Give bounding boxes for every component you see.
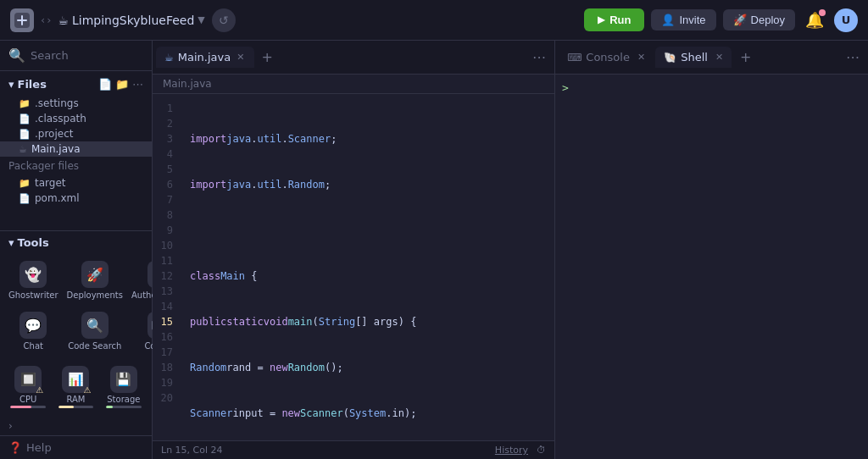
avatar[interactable]: U (834, 8, 858, 32)
history-label[interactable]: History (495, 445, 528, 456)
search-icon: 🔍 (8, 47, 25, 64)
tab-close-button[interactable]: ✕ (235, 51, 246, 64)
storage-bar (106, 406, 142, 408)
editor-tabs: ☕ Main.java ✕ + ⋯ (153, 41, 554, 75)
java-file-icon: ☕ (19, 144, 27, 155)
folder-icon: 📁 (19, 98, 31, 109)
code-search-icon: 🔍 (81, 312, 108, 339)
project-selector[interactable]: ☕ LimpingSkyblueFeed ▼ (58, 14, 204, 27)
status-right: History ⏱ (495, 445, 546, 456)
line-numbers: 1 2 3 4 5 6 7 8 9 10 11 12 13 14 15 16 1… (153, 94, 183, 440)
deploy-icon: 🚀 (733, 14, 747, 26)
file-item-pom-xml[interactable]: 📄 pom.xml (0, 191, 152, 206)
more-icon[interactable]: ⋯ (132, 78, 143, 91)
code-content[interactable]: import java.util.Scanner; import java.ut… (183, 94, 554, 440)
folder-icon: 📁 (19, 178, 31, 189)
new-folder-icon[interactable]: 📁 (115, 78, 129, 91)
java-icon: ☕ (164, 52, 174, 64)
nav-arrows[interactable]: ‹› (41, 14, 51, 26)
invite-icon: 👤 (661, 14, 675, 26)
tool-deployments-label: Deployments (67, 290, 123, 300)
ram-bar-fill (58, 406, 75, 408)
ghostwriter-icon: 👻 (19, 261, 47, 288)
cpu-label: CPU (19, 395, 36, 404)
add-panel-tab-button[interactable]: + (733, 47, 758, 67)
file-icon: 📄 (19, 129, 31, 140)
history-button[interactable]: ↺ (212, 8, 236, 32)
sidebar-expand-button[interactable]: › (0, 417, 152, 435)
play-icon: ▶ (598, 14, 604, 25)
tab-console[interactable]: ⌨ Console ✕ (559, 47, 654, 68)
ram-icon: 📊 ⚠ (62, 366, 89, 393)
cpu-bar (10, 406, 46, 408)
shell-close-icon[interactable]: ✕ (715, 52, 723, 63)
cpu-warn-icon: ⚠ (36, 385, 43, 395)
resource-storage[interactable]: 💾 Storage (101, 362, 147, 412)
tools-section-header[interactable]: ▾ Tools (0, 231, 152, 252)
console-close-icon[interactable]: ✕ (637, 52, 645, 63)
file-icon: 📄 (19, 193, 31, 204)
chat-icon: 💬 (19, 312, 47, 339)
add-tab-button[interactable]: + (256, 47, 277, 67)
code-line-2: import java.util.Random; (183, 177, 554, 192)
project-name: LimpingSkyblueFeed (72, 14, 194, 27)
app-logo (10, 8, 34, 32)
shell-content[interactable]: > (555, 75, 868, 459)
status-bar: Ln 15, Col 24 History ⏱ (153, 440, 554, 459)
deploy-button[interactable]: 🚀 Deploy (723, 9, 795, 30)
search-bar[interactable]: 🔍 Search (0, 41, 152, 71)
resource-cpu[interactable]: 🔲 ⚠ CPU (5, 362, 51, 412)
invite-button[interactable]: 👤 Invite (651, 9, 715, 30)
tab-shell[interactable]: 🐚 Shell ✕ (655, 47, 732, 68)
tool-ghostwriter-label: Ghostwriter (8, 290, 58, 300)
notification-button[interactable]: 🔔 (802, 8, 827, 33)
topbar: ‹› ☕ LimpingSkyblueFeed ▼ ↺ ▶ Run 👤 Invi… (0, 0, 868, 41)
files-title: ▾ Files (8, 78, 47, 91)
code-line-7: Scanner input = new Scanner(System.in); (183, 406, 554, 421)
files-actions: 📄 📁 ⋯ (98, 78, 143, 91)
file-item-classpath[interactable]: 📄 .classpath (0, 111, 152, 126)
file-item-settings[interactable]: 📁 .settings (0, 96, 152, 111)
file-tree: 📁 .settings 📄 .classpath 📄 .project ☕ Ma… (0, 94, 152, 230)
code-line-4: class Main { (183, 268, 554, 284)
tools-title: ▾ Tools (8, 236, 49, 249)
notification-badge (819, 9, 826, 16)
tab-main-java[interactable]: ☕ Main.java ✕ (156, 47, 254, 68)
project-chevron-icon: ▼ (198, 14, 204, 25)
tool-code-search[interactable]: 🔍 Code Search (64, 307, 126, 356)
right-tabs: ⌨ Console ✕ 🐚 Shell ✕ + ⋯ (555, 41, 868, 75)
tool-deployments[interactable]: 🚀 Deployments (64, 256, 126, 305)
history-icon: ⏱ (537, 445, 546, 456)
chevron-down-icon: ▾ (8, 78, 14, 91)
code-line-5: public static void main(String[] args) { (183, 314, 554, 329)
main-layout: 🔍 Search ▾ Files 📄 📁 ⋯ 📁 .settings 📄 .cl… (0, 41, 868, 459)
ram-warn-icon: ⚠ (84, 385, 92, 395)
ram-bar (58, 406, 94, 408)
editor-area: ☕ Main.java ✕ + ⋯ Main.java 1 2 3 4 5 6 … (153, 41, 554, 459)
panel-more-button[interactable]: ⋯ (841, 47, 865, 67)
help-icon: ❓ (8, 441, 22, 454)
code-editor[interactable]: 1 2 3 4 5 6 7 8 9 10 11 12 13 14 15 16 1… (153, 94, 554, 440)
code-line-6: Random rand = new Random(); (183, 360, 554, 375)
storage-bar-fill (106, 406, 113, 408)
new-file-icon[interactable]: 📄 (98, 78, 112, 91)
tab-more-button[interactable]: ⋯ (527, 47, 551, 67)
code-line-1: import java.util.Scanner; (183, 131, 554, 147)
file-item-main-java[interactable]: ☕ Main.java (0, 141, 152, 157)
help-button[interactable]: ❓ Help (0, 435, 152, 459)
file-item-target[interactable]: 📁 target (0, 175, 152, 191)
files-section-header[interactable]: ▾ Files 📄 📁 ⋯ (0, 71, 152, 94)
tool-ghostwriter[interactable]: 👻 Ghostwriter (5, 256, 62, 305)
packager-section[interactable]: Packager files (0, 157, 152, 175)
run-button[interactable]: ▶ Run (584, 8, 644, 31)
tool-chat[interactable]: 💬 Chat (5, 307, 62, 356)
file-item-project[interactable]: 📄 .project (0, 126, 152, 141)
resource-ram[interactable]: 📊 ⚠ RAM (53, 362, 98, 412)
shell-tab-icon: 🐚 (664, 52, 676, 64)
tools-grid: 👻 Ghostwriter 🚀 Deployments 🔑 Authentica… (0, 252, 152, 359)
code-line-3 (183, 223, 554, 238)
chevron-down-icon: ▾ (8, 236, 14, 249)
expand-icon: › (8, 420, 13, 432)
tool-chat-label: Chat (8, 341, 58, 351)
cursor-position: Ln 15, Col 24 (161, 445, 223, 456)
